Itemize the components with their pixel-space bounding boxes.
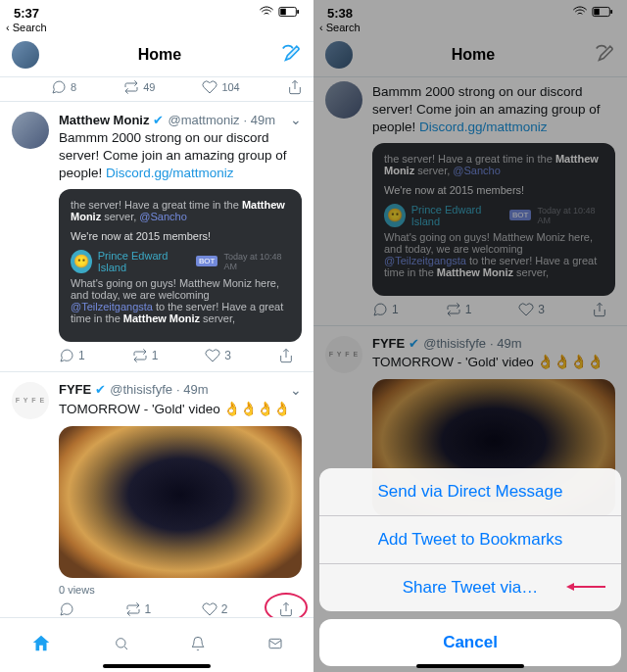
tab-home-icon[interactable]: [30, 633, 52, 658]
back-search[interactable]: ‹ Search: [0, 22, 314, 35]
tab-notifications-icon[interactable]: [190, 636, 206, 655]
prev-tweet-actions: 8 49 104: [0, 77, 314, 102]
feed[interactable]: 8 49 104 Matthew Moniz ✔ @mattmoniz · 49…: [0, 77, 314, 672]
more-icon[interactable]: ⌄: [290, 382, 302, 398]
svg-rect-4: [269, 639, 281, 648]
share-action[interactable]: [278, 601, 294, 617]
wifi-icon: [259, 4, 274, 23]
tweet-avatar[interactable]: F Y F E: [12, 382, 49, 419]
svg-point-3: [116, 638, 124, 647]
tweet-link[interactable]: Discord.gg/mattmoniz: [106, 166, 234, 180]
more-icon[interactable]: ⌄: [290, 112, 302, 127]
tweet-avatar[interactable]: [12, 112, 49, 149]
tweet-time: · 49m: [244, 113, 276, 127]
tweet-author[interactable]: Matthew Moniz: [59, 113, 149, 127]
phone-left: 5:37 ‹ Search Home 8 49 104: [0, 0, 314, 672]
tweet-actions: 1 1 3: [59, 342, 302, 363]
tab-messages-icon[interactable]: [267, 636, 283, 655]
sheet-add-bookmarks[interactable]: Add Tweet to Bookmarks: [319, 516, 621, 564]
retweet-action[interactable]: 49: [123, 79, 155, 95]
svg-rect-2: [297, 10, 299, 14]
retweet-action[interactable]: 1: [132, 348, 159, 363]
tweet-handle: @mattmoniz: [168, 113, 239, 127]
tweet[interactable]: F Y F E FYFE ✔ @thisisfyfe · 49m ⌄ TOMOR…: [0, 372, 314, 626]
header: Home: [0, 35, 314, 77]
home-indicator[interactable]: [103, 664, 211, 668]
svg-marker-9: [566, 583, 574, 591]
bot-time: Today at 10:48 AM: [223, 252, 290, 271]
tweet-author[interactable]: FYFE: [59, 382, 91, 397]
bot-name: Prince Edward Island: [98, 250, 190, 273]
share-action[interactable]: [278, 348, 294, 363]
verified-icon: ✔: [95, 382, 106, 397]
action-sheet: Send via Direct Message Add Tweet to Boo…: [319, 468, 621, 666]
svg-rect-1: [280, 8, 286, 14]
phone-right: 5:38 ‹ Search Home Bammm 2000 strong: [314, 0, 627, 672]
views-label: 0 views: [59, 584, 302, 596]
like-action[interactable]: 2: [202, 601, 228, 617]
retweet-action[interactable]: 1: [125, 601, 152, 617]
tweet-actions: 1 2: [59, 596, 302, 617]
tab-search-icon[interactable]: [114, 636, 129, 655]
profile-avatar[interactable]: [12, 41, 39, 69]
reply-action[interactable]: [59, 601, 74, 617]
status-icons: [259, 4, 300, 23]
discord-embed: the server! Have a great time in the Mat…: [59, 189, 302, 342]
reply-action[interactable]: 1: [59, 348, 85, 363]
home-indicator[interactable]: [416, 664, 524, 668]
reply-action[interactable]: 8: [51, 79, 76, 95]
bot-tag: BOT: [196, 256, 217, 266]
sheet-share-via[interactable]: Share Tweet via…: [319, 564, 621, 611]
bot-avatar: 😶: [71, 250, 92, 273]
status-time: 5:37: [14, 6, 39, 21]
tweet-handle: @thisisfyfe: [110, 382, 172, 397]
like-action[interactable]: 3: [205, 348, 231, 363]
compose-icon[interactable]: [280, 42, 302, 68]
battery-icon: [278, 6, 300, 21]
status-bar: 5:37: [0, 0, 314, 22]
like-action[interactable]: 104: [202, 79, 239, 95]
annotation-arrow: [566, 578, 605, 598]
tweet-time: · 49m: [176, 382, 209, 397]
share-action[interactable]: [287, 79, 303, 95]
header-title: Home: [138, 46, 181, 64]
verified-icon: ✔: [153, 113, 164, 127]
sheet-cancel[interactable]: Cancel: [319, 619, 621, 666]
sheet-send-dm[interactable]: Send via Direct Message: [319, 468, 621, 516]
tweet-text: TOMORROW - 'Gold' video 👌👌👌👌: [59, 400, 302, 418]
sheet-options: Send via Direct Message Add Tweet to Boo…: [319, 468, 621, 611]
tweet-media[interactable]: [59, 426, 302, 578]
tweet[interactable]: Matthew Moniz ✔ @mattmoniz · 49m ⌄ Bammm…: [0, 102, 314, 372]
tweet-text: Bammm 2000 strong on our discord server!…: [59, 129, 302, 183]
